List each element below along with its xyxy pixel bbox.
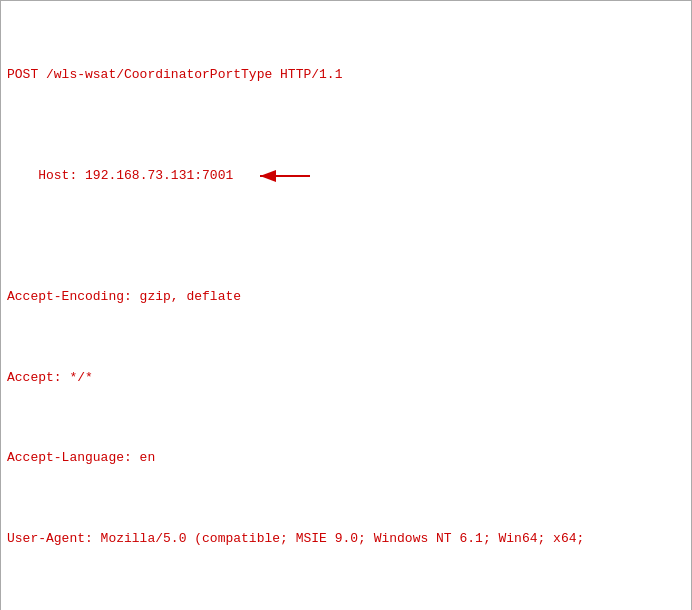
line-1: POST /wls-wsat/CoordinatorPortType HTTP/… [3, 65, 689, 85]
line-3: Accept-Encoding: gzip, deflate [3, 287, 689, 307]
host-arrow [208, 146, 315, 215]
line-4: Accept: */* [3, 368, 689, 388]
line-2: Host: 192.168.73.131:7001 [3, 146, 689, 227]
line-6: User-Agent: Mozilla/5.0 (compatible; MSI… [3, 529, 689, 549]
line-5: Accept-Language: en [3, 448, 689, 468]
code-view: POST /wls-wsat/CoordinatorPortType HTTP/… [0, 0, 692, 610]
